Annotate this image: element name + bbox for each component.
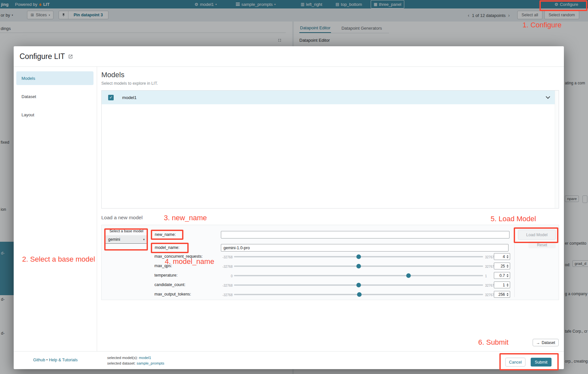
dialog-nav: Models Dataset Layout xyxy=(14,67,97,351)
annotation-box-load-model xyxy=(514,227,558,243)
slider-row-max-output-tokens: max_output_tokens: -32768 32767 256 xyxy=(102,291,559,298)
slider-track[interactable] xyxy=(234,275,483,276)
selected-model-label: selected model(s): xyxy=(107,356,138,360)
slider-max: 32767 xyxy=(485,255,494,259)
list-scrollbar[interactable] xyxy=(555,91,559,208)
stepper-value: 25 xyxy=(501,264,505,268)
slider-row-temperature: temperature: 0 1 0.7 xyxy=(102,272,559,280)
annotation-1-configure: 1. Configure xyxy=(523,21,562,29)
slider-max: 32767 xyxy=(485,284,494,287)
help-tutorials-link[interactable]: Help & Tutorials xyxy=(49,358,78,362)
selected-dataset-label: selected dataset: xyxy=(107,361,136,365)
slider-min: -32768 xyxy=(207,284,233,287)
models-subheading: Select models to explore in LIT. xyxy=(101,81,559,86)
annotation-box-base-model xyxy=(104,228,148,251)
annotation-box-submit xyxy=(499,353,559,370)
annotation-box-model-name xyxy=(151,243,189,253)
footer-links: Github • Help & Tutorials xyxy=(14,358,97,362)
selected-model-value[interactable]: model1 xyxy=(139,356,151,360)
slider-max: 32767 xyxy=(485,265,494,268)
model-list: ✓ model1 xyxy=(101,90,559,209)
value-stepper[interactable]: 4 xyxy=(494,253,510,260)
stepper-arrows-icon[interactable] xyxy=(507,293,509,296)
models-panel: Models Select models to explore in LIT. … xyxy=(97,67,564,351)
slider-track[interactable] xyxy=(234,294,483,295)
slider-thumb[interactable] xyxy=(356,254,361,259)
annotation-4-model-name: 4. model_name xyxy=(165,257,214,266)
slider-min: -32768 xyxy=(207,293,233,297)
nav-item-models[interactable]: Models xyxy=(16,71,93,85)
dialog-header: Configure LIT xyxy=(14,46,564,67)
new-name-input[interactable] xyxy=(221,231,509,238)
slider-track[interactable] xyxy=(234,266,483,267)
annotation-2-select-base-model: 2. Select a base model xyxy=(22,255,95,264)
slider-max: 32767 xyxy=(485,293,494,297)
annotation-box-configure xyxy=(539,0,587,11)
stepper-value: 256 xyxy=(498,292,505,297)
slider-track[interactable] xyxy=(234,256,483,257)
slider-thumb[interactable] xyxy=(356,283,361,287)
slider-min: 0 xyxy=(207,274,233,278)
slider-label: candidate_count: xyxy=(154,282,185,287)
value-stepper[interactable]: 256 xyxy=(494,291,510,298)
stepper-arrows-icon[interactable] xyxy=(507,265,509,268)
stepper-value: 0.7 xyxy=(499,273,505,278)
value-stepper[interactable]: 0.7 xyxy=(494,272,510,279)
jump-to-dataset-button[interactable]: → Dataset xyxy=(533,339,559,346)
annotation-5-load-model: 5. Load Model xyxy=(491,215,536,223)
arrow-right-icon: → xyxy=(536,340,540,345)
nav-item-dataset[interactable]: Dataset xyxy=(16,90,93,103)
selected-dataset-value[interactable]: sample_prompts xyxy=(136,361,164,365)
github-link[interactable]: Github xyxy=(33,358,45,362)
value-stepper[interactable]: 25 xyxy=(494,263,510,269)
slider-thumb[interactable] xyxy=(357,292,362,297)
stepper-arrows-icon[interactable] xyxy=(507,274,509,277)
stepper-value: 1 xyxy=(503,283,505,287)
jump-to-dataset-label: Dataset xyxy=(542,340,555,345)
model-row-label: model1 xyxy=(122,95,136,100)
configure-lit-dialog: Configure LIT Models Dataset Layout Mode… xyxy=(14,46,564,369)
dialog-body: Models Dataset Layout Models Select mode… xyxy=(14,67,564,351)
selection-summary: selected model(s): model1 selected datas… xyxy=(107,355,164,366)
slider-row-candidate-count: candidate_count: -32768 32767 1 xyxy=(102,281,559,289)
external-link-icon[interactable] xyxy=(68,54,73,59)
slider-thumb[interactable] xyxy=(406,273,411,278)
stepper-value: 4 xyxy=(503,254,505,259)
annotation-6-submit: 6. Submit xyxy=(478,338,509,347)
chevron-down-icon[interactable] xyxy=(546,96,550,99)
annotation-box-new-name xyxy=(151,230,183,240)
stepper-arrows-icon[interactable] xyxy=(507,283,509,287)
model-row[interactable]: ✓ model1 xyxy=(102,91,559,104)
model-name-input[interactable] xyxy=(221,244,509,252)
nav-item-layout[interactable]: Layout xyxy=(16,108,93,122)
models-heading: Models xyxy=(101,71,559,79)
slider-thumb[interactable] xyxy=(356,264,361,268)
stepper-arrows-icon[interactable] xyxy=(507,255,509,258)
dialog-title: Configure LIT xyxy=(20,52,65,61)
slider-label: max_output_tokens: xyxy=(154,292,191,296)
model-checkbox[interactable]: ✓ xyxy=(108,95,114,100)
slider-label: temperature: xyxy=(154,273,178,278)
value-stepper[interactable]: 1 xyxy=(494,281,510,288)
annotation-3-new-name: 3. new_name xyxy=(164,214,207,222)
dot-separator: • xyxy=(46,358,48,362)
slider-track[interactable] xyxy=(234,284,483,286)
dialog-footer: Github • Help & Tutorials selected model… xyxy=(14,351,564,369)
slider-max: 1 xyxy=(485,274,487,278)
